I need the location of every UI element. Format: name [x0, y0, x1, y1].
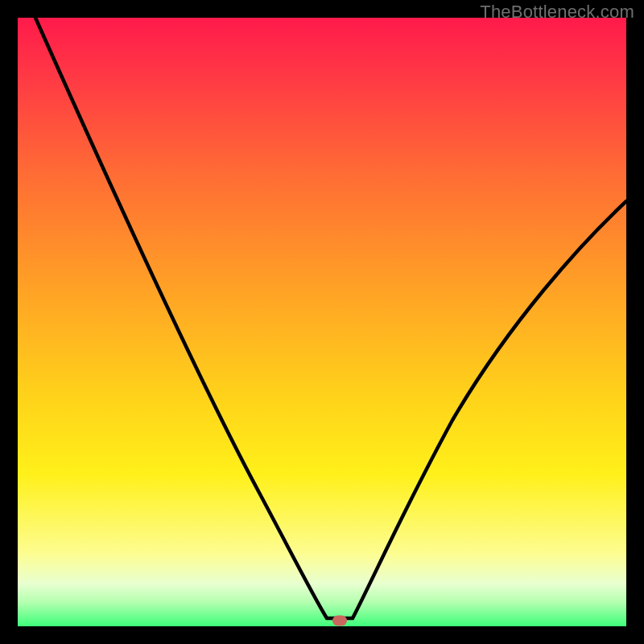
- optimal-marker: [332, 616, 347, 626]
- bottleneck-curve: [18, 18, 626, 626]
- plot-area: [18, 18, 626, 626]
- watermark-text: TheBottleneck.com: [480, 2, 634, 23]
- curve-path: [35, 18, 626, 618]
